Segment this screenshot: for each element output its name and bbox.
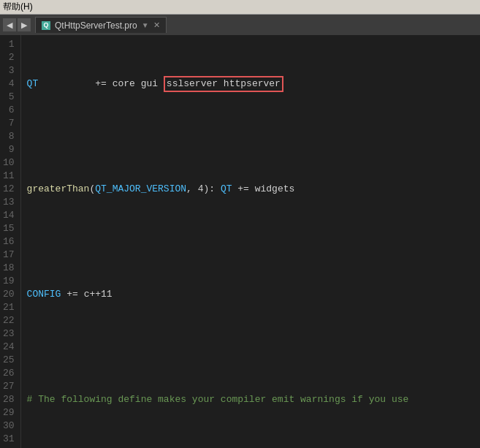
- menu-bar: 帮助(H): [0, 0, 480, 15]
- help-menu[interactable]: 帮助(H): [3, 1, 33, 13]
- tab-label: QtHttpServerTest.pro: [55, 20, 137, 31]
- tab-icon: Q: [42, 21, 50, 30]
- editor-container: 1 2 3 4 5 6 7 8 9 10 11 12 13 14 15 16 1…: [0, 35, 480, 448]
- code-line-7: # The following define makes your compil…: [27, 393, 474, 406]
- code-line-4: [27, 235, 474, 248]
- tab-dropdown-icon: ▼: [142, 21, 149, 29]
- nav-back-button[interactable]: ◀: [3, 18, 16, 31]
- line-numbers: 1 2 3 4 5 6 7 8 9 10 11 12 13 14 15 16 1…: [0, 35, 21, 448]
- code-line-1: QT += core gui sslserver httpserver: [27, 77, 474, 91]
- nav-forward-button[interactable]: ▶: [18, 18, 31, 31]
- code-line-2: [27, 130, 474, 143]
- tab[interactable]: Q QtHttpServerTest.pro ▼ ✕: [35, 17, 167, 33]
- code-area[interactable]: QT += core gui sslserver httpserver grea…: [21, 35, 480, 448]
- title-bar: ◀ ▶ Q QtHttpServerTest.pro ▼ ✕: [0, 15, 480, 35]
- tab-close-icon[interactable]: ✕: [153, 20, 160, 30]
- code-line-6: [27, 341, 474, 354]
- code-line-3: greaterThan(QT_MAJOR_VERSION, 4): QT += …: [27, 183, 474, 196]
- code-line-5: CONFIG += c++11: [27, 288, 474, 301]
